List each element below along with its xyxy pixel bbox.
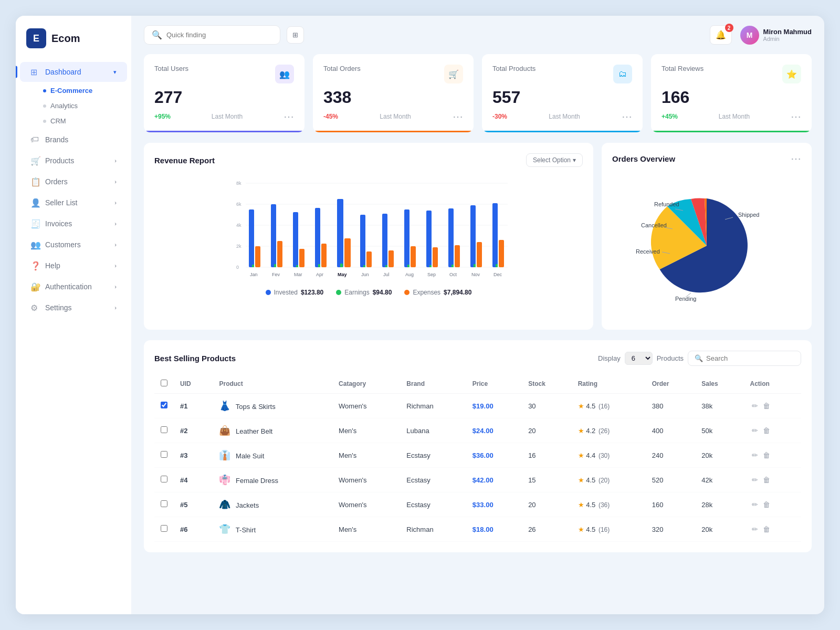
- more-button[interactable]: ⋯: [284, 111, 294, 122]
- more-button[interactable]: ⋯: [791, 111, 801, 122]
- uid-cell: #1: [174, 394, 213, 418]
- sidebar-item-help[interactable]: ❓ Help ›: [20, 256, 127, 276]
- products-icon: 🛒: [30, 156, 40, 165]
- sidebar-item-crm[interactable]: CRM: [37, 113, 131, 129]
- svg-rect-33: [407, 265, 410, 267]
- edit-button[interactable]: ✏: [750, 449, 760, 461]
- stat-period: Last Month: [212, 113, 243, 120]
- row-checkbox[interactable]: [161, 451, 167, 458]
- svg-rect-17: [299, 249, 304, 267]
- brand-cell: Lubana: [400, 418, 466, 443]
- row-checkbox[interactable]: [161, 525, 167, 532]
- row-checkbox[interactable]: [161, 402, 167, 408]
- orders-icon: 📋: [30, 177, 40, 186]
- stat-period: Last Month: [719, 113, 750, 120]
- app-logo[interactable]: E Ecom: [16, 28, 131, 61]
- notification-button[interactable]: 🔔 2: [710, 25, 732, 45]
- chevron-icon: ›: [114, 220, 117, 227]
- sidebar-item-authentication[interactable]: 🔐 Authentication ›: [20, 277, 127, 297]
- delete-button[interactable]: 🗑: [761, 425, 772, 436]
- select-option-button[interactable]: Select Option ▾: [526, 153, 583, 167]
- select-all-checkbox[interactable]: [161, 380, 167, 386]
- table-row: #1 👗 Tops & Skirts Women's Richman $19.0…: [154, 394, 801, 418]
- delete-button[interactable]: 🗑: [761, 474, 772, 486]
- user-details: Miron Mahmud Admin: [763, 28, 812, 42]
- svg-rect-45: [496, 264, 498, 267]
- svg-text:Sep: Sep: [427, 272, 436, 277]
- sidebar-item-ecommerce[interactable]: E-Commerce: [37, 83, 131, 98]
- table-row: #2 👜 Leather Belt Men's Lubana $24.00 20…: [154, 418, 801, 443]
- edit-button[interactable]: ✏: [750, 523, 760, 535]
- delete-button[interactable]: 🗑: [761, 449, 772, 461]
- delete-button[interactable]: 🗑: [761, 523, 772, 535]
- sidebar-item-orders[interactable]: 📋 Orders ›: [20, 172, 127, 192]
- stat-value-orders: 338: [323, 88, 463, 107]
- revenue-bar-chart: 8k 6k 4k 2k 0: [154, 175, 583, 280]
- filter-button[interactable]: ⊞: [287, 26, 304, 44]
- star-icon: ★: [578, 402, 584, 410]
- rating-value: 4.5: [586, 526, 595, 533]
- sidebar-item-invoices[interactable]: 🧾 Invoices ›: [20, 214, 127, 234]
- more-button[interactable]: ⋯: [453, 111, 463, 122]
- sales-cell: 50k: [695, 418, 743, 443]
- sales-cell: 42k: [695, 468, 743, 492]
- stat-value-reviews: 166: [662, 88, 801, 107]
- pie-chart-svg: Shipped Refunded Cancelled Received Pend…: [623, 177, 791, 314]
- table-search-input[interactable]: [706, 354, 794, 362]
- sub-nav-label: E-Commerce: [50, 87, 92, 94]
- order-cell: 520: [646, 468, 695, 492]
- table-row: #6 👕 T-Shirt Men's Richman $18.00 26 ★ 4…: [154, 517, 801, 542]
- more-button[interactable]: ⋯: [622, 111, 632, 122]
- sidebar-item-analytics[interactable]: Analytics: [37, 98, 131, 113]
- search-bar[interactable]: 🔍: [144, 25, 280, 45]
- stat-change: -30%: [492, 113, 507, 120]
- display-select[interactable]: 6 10 25: [625, 352, 653, 365]
- row-checkbox[interactable]: [161, 426, 167, 433]
- sidebar-item-settings[interactable]: ⚙ Settings ›: [20, 298, 127, 318]
- edit-button[interactable]: ✏: [750, 425, 760, 436]
- delete-button[interactable]: 🗑: [761, 400, 772, 412]
- svg-rect-11: [255, 246, 260, 267]
- search-input[interactable]: [166, 31, 272, 39]
- row-checkbox[interactable]: [161, 500, 167, 507]
- svg-text:May: May: [338, 272, 347, 277]
- sidebar-item-dashboard[interactable]: ⊞ Dashboard ▾: [20, 62, 127, 82]
- svg-rect-18: [296, 265, 298, 267]
- header-right: 🔔 2 M Miron Mahmud Admin: [710, 25, 812, 45]
- notification-badge: 2: [725, 24, 733, 32]
- legend-dot-expenses: [404, 290, 410, 295]
- svg-rect-38: [455, 245, 460, 267]
- table-search[interactable]: 🔍: [688, 351, 801, 366]
- auth-icon: 🔐: [30, 282, 40, 291]
- order-cell: 320: [646, 517, 695, 542]
- app-name: Ecom: [51, 33, 80, 45]
- product-name: Female Dress: [236, 477, 278, 485]
- stats-grid: Total Users 👥 277 +95% Last Month ⋯ Tota…: [144, 54, 812, 132]
- brand-cell: Richman: [400, 394, 466, 418]
- action-cell: ✏ 🗑: [744, 492, 801, 517]
- svg-text:Received: Received: [636, 248, 660, 255]
- star-icon: ★: [578, 476, 584, 484]
- row-checkbox[interactable]: [161, 476, 167, 482]
- rating-count: (36): [598, 501, 610, 509]
- svg-rect-37: [448, 208, 454, 267]
- rating-count: (30): [598, 452, 610, 459]
- price-cell: $33.00: [466, 492, 522, 517]
- edit-button[interactable]: ✏: [750, 499, 760, 510]
- rating-value: 4.5: [586, 501, 595, 509]
- product-cell: 🧥 Jackets: [213, 492, 332, 517]
- delete-button[interactable]: 🗑: [761, 499, 772, 510]
- orders-overview-card: Orders Overview ⋯: [602, 143, 812, 330]
- product-name: Leather Belt: [236, 427, 272, 435]
- sidebar-item-brands[interactable]: 🏷 Brands: [20, 130, 127, 150]
- svg-text:Aug: Aug: [405, 272, 414, 277]
- action-cell: ✏ 🗑: [744, 517, 801, 542]
- orders-more-button[interactable]: ⋯: [791, 153, 801, 164]
- action-cell: ✏ 🗑: [744, 443, 801, 468]
- rating-cell: ★ 4.4 (30): [572, 443, 646, 468]
- edit-button[interactable]: ✏: [750, 474, 760, 486]
- edit-button[interactable]: ✏: [750, 400, 760, 412]
- sidebar-item-products[interactable]: 🛒 Products ›: [20, 151, 127, 171]
- sidebar-item-seller-list[interactable]: 👤 Seller List ›: [20, 193, 127, 213]
- sidebar-item-customers[interactable]: 👥 Customers ›: [20, 235, 127, 255]
